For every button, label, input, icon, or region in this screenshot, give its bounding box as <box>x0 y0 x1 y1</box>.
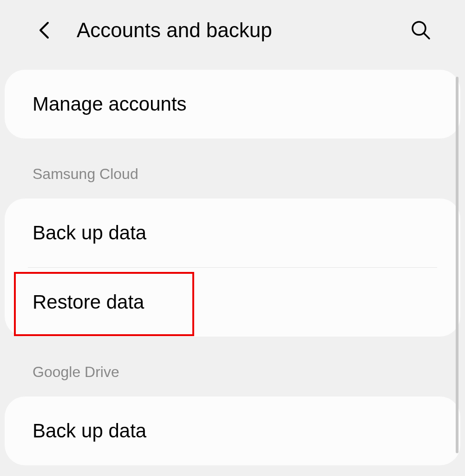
backup-data-google-item[interactable]: Back up data <box>5 397 460 465</box>
google-drive-card: Back up data <box>5 397 460 465</box>
section-header-samsung-cloud: Samsung Cloud <box>5 148 460 198</box>
scrollbar[interactable] <box>456 77 458 453</box>
backup-data-samsung-item[interactable]: Back up data <box>5 198 460 267</box>
content: Manage accounts Samsung Cloud Back up da… <box>0 56 465 465</box>
list-item-label: Back up data <box>33 420 146 442</box>
search-button[interactable] <box>409 19 432 42</box>
section-header-google-drive: Google Drive <box>5 346 460 397</box>
back-button[interactable] <box>35 21 53 40</box>
manage-accounts-card: Manage accounts <box>5 70 460 139</box>
header: Accounts and backup <box>0 0 465 56</box>
svg-line-1 <box>424 33 429 39</box>
search-icon <box>411 20 431 40</box>
list-item-label: Back up data <box>33 222 146 244</box>
restore-data-item[interactable]: Restore data <box>5 268 460 337</box>
chevron-left-icon <box>39 21 50 40</box>
list-item-label: Manage accounts <box>33 93 187 115</box>
page-title: Accounts and backup <box>77 19 409 42</box>
samsung-cloud-card: Back up data Restore data <box>5 198 460 337</box>
list-item-label: Restore data <box>33 291 144 313</box>
manage-accounts-item[interactable]: Manage accounts <box>5 70 460 139</box>
